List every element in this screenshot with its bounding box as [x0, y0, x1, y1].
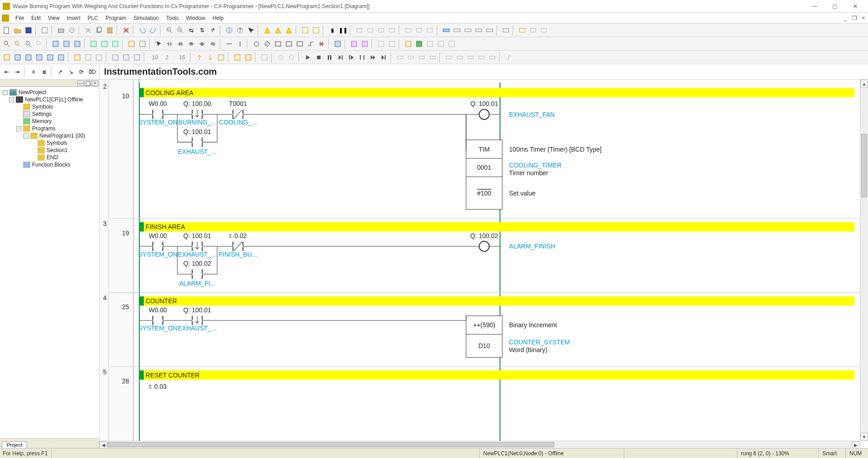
vline-icon[interactable]: [235, 39, 245, 49]
align-icon[interactable]: ≣: [39, 67, 49, 77]
tool-icon[interactable]: [414, 25, 424, 35]
coil-output[interactable]: Q: 100.02 ALARM_FINISH: [470, 232, 555, 252]
scroll-left-icon[interactable]: ◀: [99, 441, 108, 448]
tool-icon[interactable]: [428, 52, 438, 62]
tree-program1[interactable]: −NewProgram1 (00): [1, 132, 98, 139]
warn-icon[interactable]: [273, 25, 283, 35]
tool-icon[interactable]: 2: [162, 52, 175, 62]
tool-icon[interactable]: ↘: [66, 67, 76, 77]
fwd-icon[interactable]: [368, 52, 378, 62]
minimize-button[interactable]: —: [804, 0, 825, 13]
tool-icon[interactable]: [387, 25, 397, 35]
tool-icon[interactable]: [51, 39, 61, 49]
tool-icon[interactable]: [194, 52, 204, 62]
whatsthis-icon[interactable]: ?: [246, 25, 256, 35]
contact-nc[interactable]: I: 0.02 FINISH_BU...: [219, 232, 257, 258]
tool-icon[interactable]: [360, 39, 370, 49]
tool-icon[interactable]: ⇆: [186, 25, 196, 35]
scroll-right-icon[interactable]: ▶: [852, 441, 860, 448]
menu-tools[interactable]: Tools: [162, 13, 182, 24]
tool-icon[interactable]: [205, 52, 215, 62]
menu-plc[interactable]: PLC: [84, 13, 102, 24]
tool-icon[interactable]: [504, 52, 514, 62]
menu-insert[interactable]: Insert: [63, 13, 84, 24]
tool-icon[interactable]: [110, 52, 120, 62]
menu-simulation[interactable]: Simulation: [130, 13, 162, 24]
contact-no[interactable]: Q: 100.02 ALARM_FI...: [179, 260, 215, 287]
tool-icon[interactable]: [365, 25, 375, 35]
tool-icon[interactable]: [376, 39, 386, 49]
warn-icon[interactable]: [262, 25, 272, 35]
close-button[interactable]: ✕: [845, 0, 865, 13]
help-icon[interactable]: ?: [235, 25, 245, 35]
tree-settings[interactable]: Settings: [1, 110, 98, 118]
tool-icon[interactable]: [333, 39, 343, 49]
tool-icon[interactable]: [387, 39, 397, 49]
end-icon[interactable]: [379, 52, 389, 62]
tool-icon[interactable]: [34, 52, 44, 62]
contact-falling[interactable]: Q: 100.01 EXHAUST_...: [178, 232, 217, 258]
contact-no-icon[interactable]: [165, 39, 175, 49]
menu-edit[interactable]: Edit: [28, 13, 44, 24]
pause-icon[interactable]: [325, 52, 335, 62]
tool-icon[interactable]: [501, 25, 511, 35]
ladder-canvas[interactable]: 2 10 COOLING AREA W0.00 SYSTEM_ON: [99, 80, 860, 441]
menu-view[interactable]: View: [44, 13, 63, 24]
tree-root[interactable]: −NewProject: [1, 89, 98, 96]
tool-icon[interactable]: [259, 52, 269, 62]
indent-icon[interactable]: ⇥: [13, 67, 23, 77]
tool-icon[interactable]: [61, 39, 71, 49]
tree-tab-project[interactable]: Project: [2, 441, 27, 448]
contact-not-icon[interactable]: [208, 39, 218, 49]
tool-icon[interactable]: [287, 52, 297, 62]
tool-icon[interactable]: [276, 52, 286, 62]
scroll-up-icon[interactable]: ▲: [860, 80, 868, 88]
tool-icon[interactable]: 10: [148, 52, 161, 62]
tool-icon[interactable]: [474, 25, 484, 35]
tool-icon[interactable]: [463, 25, 473, 35]
stop-icon[interactable]: [314, 52, 324, 62]
tool-icon[interactable]: [539, 25, 549, 35]
contact-rise-icon[interactable]: [186, 39, 196, 49]
tree-programs[interactable]: −Programs: [1, 125, 98, 132]
tool-icon[interactable]: ⇅: [197, 25, 207, 35]
warn-icon[interactable]: [284, 25, 294, 35]
tool-icon[interactable]: [395, 52, 405, 62]
tool-icon[interactable]: [232, 52, 242, 62]
print-icon[interactable]: [56, 25, 66, 35]
step-icon[interactable]: [357, 52, 367, 62]
tree-p1-symbols[interactable]: Symbols: [1, 139, 98, 147]
tool-icon[interactable]: [444, 52, 454, 62]
tree-end[interactable]: END: [1, 154, 98, 161]
tool-icon[interactable]: [99, 39, 109, 49]
hline-icon[interactable]: [224, 39, 234, 49]
tool-icon[interactable]: [311, 25, 321, 35]
contact-no[interactable]: W0.00 SYSTEM_ON: [138, 306, 177, 332]
coil-output[interactable]: Q: 100.01 EXHAUST_FAN: [470, 100, 555, 119]
del-contact-icon[interactable]: [316, 39, 326, 49]
horizontal-scrollbar[interactable]: ◀ ▶: [99, 441, 860, 448]
tool-icon[interactable]: [466, 52, 476, 62]
tree-close-icon[interactable]: ×: [92, 81, 98, 86]
contact-nc[interactable]: T0001 COOLING_...: [219, 100, 257, 126]
tool-icon[interactable]: ▮: [327, 25, 337, 35]
mdi-close-button[interactable]: ×: [859, 15, 868, 21]
tool-icon[interactable]: [485, 25, 495, 35]
align-icon[interactable]: ≡: [28, 67, 38, 77]
tool-icon[interactable]: [441, 25, 451, 35]
select-icon[interactable]: [154, 39, 164, 49]
instr-icon[interactable]: [306, 39, 316, 49]
mdi-minimize-button[interactable]: _: [841, 15, 850, 21]
zoom-in-icon[interactable]: [13, 39, 23, 49]
paste-icon[interactable]: [105, 25, 115, 35]
contact-fall-icon[interactable]: [197, 39, 207, 49]
instr-icon[interactable]: [273, 39, 283, 49]
menu-program[interactable]: Program: [102, 13, 130, 24]
tool-icon[interactable]: [127, 39, 137, 49]
tool-icon[interactable]: [425, 39, 435, 49]
tool-icon[interactable]: [45, 52, 55, 62]
tool-icon[interactable]: ⌦: [87, 67, 97, 77]
contact-no[interactable]: W0.00 SYSTEM_ON: [138, 100, 177, 126]
tool-icon[interactable]: [414, 39, 424, 49]
tree-fblocks[interactable]: Function Blocks: [1, 161, 98, 168]
